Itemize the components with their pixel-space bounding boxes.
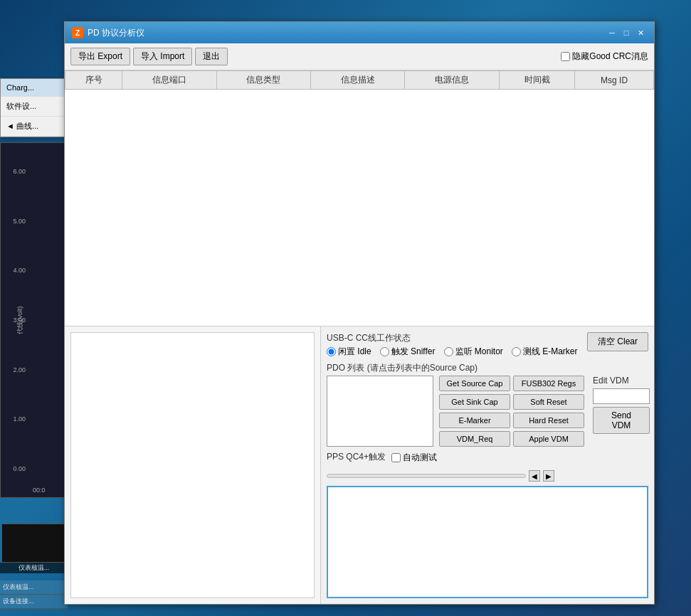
clear-button[interactable]: 清空 Clear (587, 332, 648, 351)
control-area: USB-C CC线工作状态 闲置 Idle 触发 Sniffer 监听 M (321, 326, 654, 604)
radio-sniffer[interactable]: 触发 Sniffer (380, 346, 436, 358)
toolbar-left: 导出 Export 导入 Import 退出 (70, 48, 228, 65)
radio-emarker-input[interactable] (512, 347, 521, 356)
close-button[interactable]: ✕ (634, 26, 647, 39)
main-window: Z PD 协议分析仪 ─ □ ✕ 导出 Export 导入 Import 退出 … (64, 21, 655, 605)
pdo-section: PDO 列表 (请点击列表中的Source Cap) Get Source Ca… (327, 362, 648, 447)
col-power: 电源信息 (405, 71, 499, 90)
image-display (70, 332, 315, 598)
hard-reset-button[interactable]: Hard Reset (513, 413, 584, 428)
col-time: 时间截 (499, 71, 574, 90)
thumbnail-1-label: 仪表核温... (0, 563, 68, 573)
thumbnails-area: 仪表核温... (0, 296, 68, 573)
table-body-empty (65, 90, 654, 324)
bottom-section: USB-C CC线工作状态 闲置 Idle 触发 Sniffer 监听 M (65, 326, 654, 604)
col-msgid: Msg ID (575, 71, 654, 90)
pdo-btn-row-2: Get Sink Cap Soft Reset (439, 394, 584, 410)
maximize-button[interactable]: □ (620, 26, 633, 39)
vdm-title: Edit VDM (593, 376, 650, 386)
vdm-section: Edit VDM Send VDM (593, 376, 650, 434)
window-title: PD 协议分析仪 (88, 27, 144, 39)
hide-crc-label[interactable]: 隐藏Good CRC消息 (561, 51, 648, 63)
apple-vdm-button[interactable]: Apple VDM (513, 431, 584, 447)
col-seq: 序号 (65, 71, 122, 90)
slider-container: ◀ ▶ (327, 470, 648, 482)
radio-idle[interactable]: 闲置 Idle (327, 346, 371, 358)
sidebar-item-software[interactable]: 软件设... (1, 97, 67, 117)
get-source-cap-button[interactable]: Get Source Cap (439, 376, 510, 391)
usb-row: USB-C CC线工作状态 闲置 Idle 触发 Sniffer 监听 M (327, 332, 648, 358)
fusb302-regs-button[interactable]: FUSB302 Regs (513, 376, 584, 391)
title-buttons: ─ □ ✕ (606, 26, 647, 39)
sidebar-item-curve[interactable]: ◄ 曲线... (1, 117, 67, 137)
pdo-controls-row: Get Source Cap FUSB302 Regs Get Sink Cap… (327, 376, 648, 447)
pdo-btn-row-3: E-Marker Hard Reset (439, 413, 584, 428)
auto-test-label[interactable]: 自动测试 (391, 452, 437, 464)
pdo-list[interactable] (327, 376, 433, 447)
image-area (65, 326, 321, 604)
bottom-labels: 仪表核温... 设备连接... (0, 580, 68, 609)
slider-track (327, 474, 526, 478)
radio-sniffer-input[interactable] (380, 347, 389, 356)
sidebar: Charg... 软件设... ◄ 曲线... (0, 78, 68, 137)
radio-monitor-input[interactable] (444, 347, 453, 356)
hide-crc-checkbox[interactable] (561, 52, 570, 61)
soft-reset-button[interactable]: Soft Reset (513, 394, 584, 410)
get-sink-cap-button[interactable]: Get Sink Cap (439, 394, 510, 410)
text-output[interactable] (327, 486, 648, 598)
toolbar: 导出 Export 导入 Import 退出 隐藏Good CRC消息 (65, 43, 654, 70)
minimize-button[interactable]: ─ (606, 26, 618, 39)
toolbar-right: 隐藏Good CRC消息 (561, 51, 648, 63)
slider-right-arrow[interactable]: ▶ (543, 470, 554, 482)
bottom-label-device[interactable]: 设备连接... (0, 595, 68, 609)
pps-title: PPS QC4+触发 (327, 451, 386, 463)
radio-idle-input[interactable] (327, 347, 336, 356)
col-port: 信息端口 (122, 71, 216, 90)
radio-monitor[interactable]: 监听 Monitor (444, 346, 503, 358)
data-table: 序号 信息端口 信息类型 信息描述 电源信息 时间截 Msg ID (65, 70, 654, 324)
pdo-btn-row-4: VDM_Req Apple VDM (439, 431, 584, 447)
usb-title: USB-C CC线工作状态 (327, 332, 578, 344)
table-container: 序号 信息端口 信息类型 信息描述 电源信息 时间截 Msg ID (65, 70, 654, 326)
usb-section: USB-C CC线工作状态 闲置 Idle 触发 Sniffer 监听 M (327, 332, 578, 358)
col-type: 信息类型 (216, 71, 310, 90)
auto-test-checkbox[interactable] (391, 453, 401, 462)
send-vdm-button[interactable]: Send VDM (593, 407, 650, 434)
thumbnail-1 (1, 524, 65, 563)
vdm-req-button[interactable]: VDM_Req (439, 431, 510, 447)
import-button[interactable]: 导入 Import (133, 48, 192, 65)
radio-group: 闲置 Idle 触发 Sniffer 监听 Monitor 测线 E- (327, 346, 578, 358)
pdo-title: PDO 列表 (请点击列表中的Source Cap) (327, 362, 648, 374)
radio-emarker[interactable]: 测线 E-Marker (512, 346, 578, 358)
app-icon: Z (72, 27, 83, 38)
pps-section: PPS QC4+触发 自动测试 (327, 451, 648, 464)
sidebar-item-charge[interactable]: Charg... (1, 79, 67, 97)
vdm-input[interactable] (593, 388, 650, 404)
title-bar: Z PD 协议分析仪 ─ □ ✕ (65, 22, 654, 43)
col-desc: 信息描述 (311, 71, 405, 90)
exit-button[interactable]: 退出 (195, 48, 228, 65)
bottom-label-temp[interactable]: 仪表核温... (0, 580, 68, 595)
slider-left-arrow[interactable]: ◀ (529, 470, 540, 482)
table-header-row: 序号 信息端口 信息类型 信息描述 电源信息 时间截 Msg ID (65, 71, 654, 90)
export-button[interactable]: 导出 Export (70, 48, 130, 65)
pdo-btn-row-1: Get Source Cap FUSB302 Regs (439, 376, 584, 391)
pdo-buttons: Get Source Cap FUSB302 Regs Get Sink Cap… (439, 376, 584, 447)
e-marker-button[interactable]: E-Marker (439, 413, 510, 428)
